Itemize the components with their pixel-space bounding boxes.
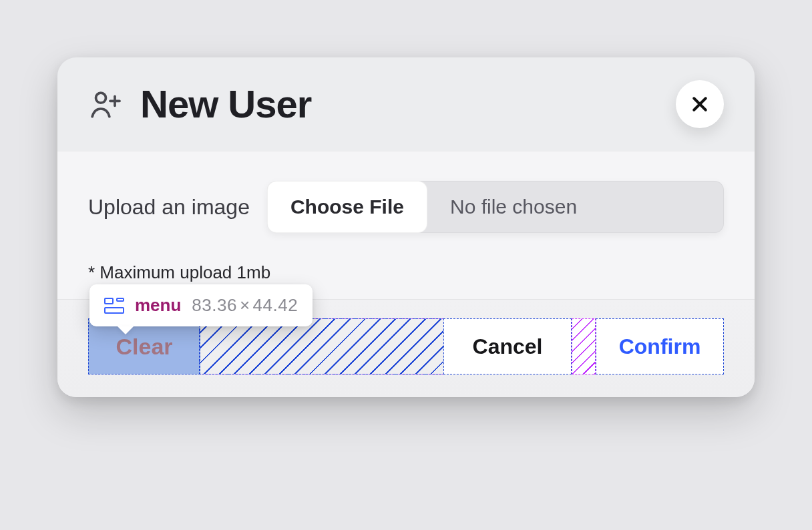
user-plus-icon (87, 85, 124, 123)
flex-free-space (199, 318, 445, 374)
upload-hint: * Maximum upload 1mb (88, 262, 724, 283)
modal-title: New User (140, 85, 660, 123)
tooltip-tag-name: menu (135, 295, 181, 316)
close-icon (690, 94, 710, 114)
file-input[interactable]: Choose File No file chosen (267, 181, 724, 233)
cancel-button[interactable]: Cancel (443, 318, 572, 374)
file-status-text: No file chosen (427, 181, 724, 233)
grid-gap-indicator (572, 318, 596, 374)
tooltip-dimensions: 83.36×44.42 (192, 295, 298, 316)
upload-row: Upload an image Choose File No file chos… (88, 181, 724, 233)
modal-header: New User (57, 57, 755, 151)
devtools-element-tooltip: menu 83.36×44.42 (89, 284, 313, 326)
tooltip-width: 83.36 (192, 295, 237, 315)
modal-body: Upload an image Choose File No file chos… (57, 151, 755, 299)
tooltip-height: 44.42 (253, 295, 298, 315)
layout-icon (104, 298, 124, 314)
svg-point-0 (96, 93, 106, 103)
footer-menu-inspected: Clear Cancel Confirm (88, 318, 724, 374)
confirm-button-label: Confirm (619, 334, 701, 359)
confirm-button[interactable]: Confirm (596, 318, 724, 374)
clear-button[interactable]: Clear (88, 318, 200, 374)
upload-label: Upload an image (88, 195, 250, 220)
clear-button-label: Clear (116, 334, 172, 360)
choose-file-button[interactable]: Choose File (267, 181, 427, 233)
close-button[interactable] (676, 80, 724, 128)
new-user-modal: New User Upload an image Choose File No … (57, 57, 755, 397)
cancel-button-label: Cancel (473, 334, 543, 359)
